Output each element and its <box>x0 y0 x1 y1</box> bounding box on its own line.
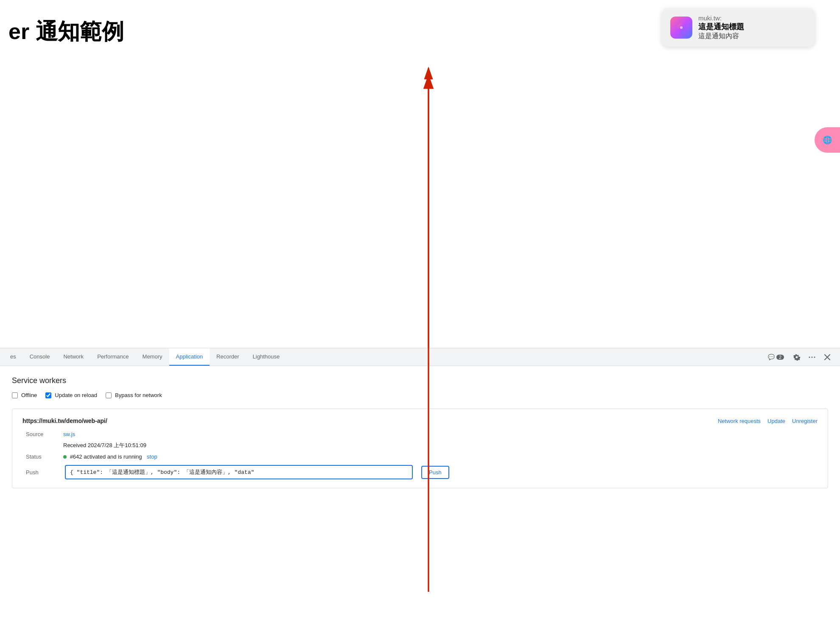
devtools-tab-bar: es Console Network Performance Memory Ap… <box>0 348 840 366</box>
more-options-button[interactable] <box>806 351 818 363</box>
notification-body: 這是通知內容 <box>698 32 744 41</box>
update-on-reload-checkbox-label[interactable]: Update on reload <box>45 392 97 398</box>
issues-icon: 💬 <box>768 354 775 360</box>
sw-status-value: #642 activated and is running stop <box>63 453 157 460</box>
svg-point-4 <box>812 356 813 358</box>
sw-source-label: Source <box>26 431 60 437</box>
tab-elements[interactable]: es <box>3 348 23 366</box>
notification-title: 這是通知標題 <box>698 22 744 32</box>
notification-domain: muki.tw: <box>698 14 744 22</box>
bypass-for-network-label: Bypass for network <box>115 392 162 398</box>
tab-console[interactable]: Console <box>23 348 57 366</box>
svg-point-3 <box>809 356 810 358</box>
push-row: Push { "title": 「這是通知標題」, "body": 「這是通知內… <box>22 465 818 479</box>
sw-url-row: https://muki.tw/demo/web-api/ Network re… <box>22 417 818 424</box>
issues-badge-button[interactable]: 💬 2 <box>764 352 787 362</box>
sw-source-link[interactable]: sw.js <box>63 431 75 437</box>
devtools-toolbar-right: 💬 2 <box>764 351 837 363</box>
unregister-link[interactable]: Unregister <box>792 418 818 424</box>
translate-button[interactable]: 🌐 <box>815 127 840 153</box>
tab-lighthouse[interactable]: Lighthouse <box>246 348 287 366</box>
svg-point-5 <box>814 356 815 358</box>
service-worker-options: Offline Update on reload Bypass for netw… <box>12 392 828 398</box>
tab-network[interactable]: Network <box>56 348 90 366</box>
devtools-content: Service workers Offline Update on reload… <box>0 366 840 505</box>
status-dot <box>63 455 67 459</box>
push-label: Push <box>26 469 60 476</box>
sw-received-value: Received 2024/7/28 上午10:51:09 <box>63 442 146 449</box>
tab-memory[interactable]: Memory <box>136 348 169 366</box>
bypass-for-network-checkbox[interactable] <box>106 392 112 398</box>
sw-received-row: Received 2024/7/28 上午10:51:09 <box>22 442 818 449</box>
service-worker-entry: https://muki.tw/demo/web-api/ Network re… <box>12 409 828 488</box>
offline-checkbox[interactable] <box>12 392 18 398</box>
tab-recorder[interactable]: Recorder <box>210 348 246 366</box>
notification-app-icon <box>670 17 692 39</box>
section-title: Service workers <box>12 376 828 385</box>
push-input-container[interactable]: { "title": 「這是通知標題」, "body": 「這是通知內容」, "… <box>65 465 413 479</box>
page-title: er 通知範例 <box>8 17 124 47</box>
close-devtools-button[interactable] <box>821 351 833 363</box>
push-input-text: { "title": 「這是通知標題」, "body": 「這是通知內容」, "… <box>70 468 254 476</box>
sw-actions: Network requests Update Unregister <box>718 418 818 424</box>
update-on-reload-label: Update on reload <box>55 392 97 398</box>
network-requests-link[interactable]: Network requests <box>718 418 761 424</box>
offline-checkbox-label[interactable]: Offline <box>12 392 37 398</box>
translate-icon: 🌐 <box>823 135 832 145</box>
sw-source-row: Source sw.js <box>22 431 818 437</box>
issues-count: 2 <box>776 355 784 360</box>
arrow-annotation <box>0 0 840 348</box>
sw-status-label: Status <box>26 453 60 460</box>
browser-content: er 通知範例 muki.tw: 這是通知標題 這是通知內容 <box>0 0 840 348</box>
notification-popup: muki.tw: 這是通知標題 這是通知內容 <box>662 8 815 47</box>
notification-text: muki.tw: 這是通知標題 這是通知內容 <box>698 14 744 41</box>
stop-link[interactable]: stop <box>147 453 157 460</box>
sw-status-row: Status #642 activated and is running sto… <box>22 453 818 460</box>
bypass-for-network-checkbox-label[interactable]: Bypass for network <box>106 392 162 398</box>
update-on-reload-checkbox[interactable] <box>45 392 51 398</box>
svg-point-0 <box>680 26 683 29</box>
sw-url: https://muki.tw/demo/web-api/ <box>22 417 107 424</box>
push-button[interactable]: Push <box>421 466 449 479</box>
update-link[interactable]: Update <box>767 418 785 424</box>
tab-performance[interactable]: Performance <box>90 348 135 366</box>
offline-label: Offline <box>21 392 37 398</box>
settings-icon-button[interactable] <box>791 351 803 363</box>
tab-application[interactable]: Application <box>169 348 210 366</box>
devtools-panel: es Console Network Performance Memory Ap… <box>0 348 840 627</box>
